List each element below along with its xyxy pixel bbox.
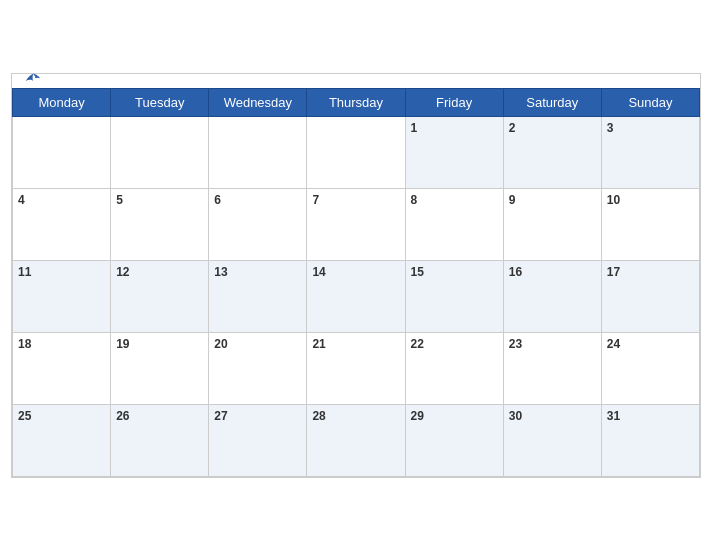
calendar-day-cell (13, 116, 111, 188)
calendar-day-cell: 8 (405, 188, 503, 260)
calendar-week-row: 11121314151617 (13, 260, 700, 332)
day-number: 27 (214, 409, 227, 423)
weekday-header-sunday: Sunday (601, 88, 699, 116)
calendar-day-cell: 24 (601, 332, 699, 404)
calendar-day-cell: 18 (13, 332, 111, 404)
calendar: MondayTuesdayWednesdayThursdayFridaySatu… (11, 73, 701, 478)
calendar-day-cell (209, 116, 307, 188)
calendar-table: MondayTuesdayWednesdayThursdayFridaySatu… (12, 88, 700, 477)
day-number: 28 (312, 409, 325, 423)
day-number: 10 (607, 193, 620, 207)
day-number: 3 (607, 121, 614, 135)
day-number: 17 (607, 265, 620, 279)
calendar-day-cell: 17 (601, 260, 699, 332)
day-number: 2 (509, 121, 516, 135)
calendar-day-cell: 4 (13, 188, 111, 260)
day-number: 21 (312, 337, 325, 351)
calendar-day-cell: 1 (405, 116, 503, 188)
weekday-header-tuesday: Tuesday (111, 88, 209, 116)
calendar-week-row: 18192021222324 (13, 332, 700, 404)
calendar-day-cell: 6 (209, 188, 307, 260)
calendar-day-cell: 22 (405, 332, 503, 404)
calendar-day-cell: 20 (209, 332, 307, 404)
weekday-header-wednesday: Wednesday (209, 88, 307, 116)
calendar-day-cell: 14 (307, 260, 405, 332)
day-number: 18 (18, 337, 31, 351)
calendar-day-cell: 2 (503, 116, 601, 188)
calendar-day-cell: 9 (503, 188, 601, 260)
calendar-day-cell: 10 (601, 188, 699, 260)
day-number: 11 (18, 265, 31, 279)
weekday-header-friday: Friday (405, 88, 503, 116)
day-number: 7 (312, 193, 319, 207)
calendar-day-cell: 13 (209, 260, 307, 332)
calendar-day-cell: 25 (13, 404, 111, 476)
day-number: 14 (312, 265, 325, 279)
day-number: 30 (509, 409, 522, 423)
day-number: 12 (116, 265, 129, 279)
calendar-day-cell: 16 (503, 260, 601, 332)
day-number: 5 (116, 193, 123, 207)
calendar-day-cell: 23 (503, 332, 601, 404)
calendar-body: 1234567891011121314151617181920212223242… (13, 116, 700, 476)
calendar-day-cell: 21 (307, 332, 405, 404)
day-number: 4 (18, 193, 25, 207)
calendar-day-cell: 12 (111, 260, 209, 332)
weekday-header-monday: Monday (13, 88, 111, 116)
weekday-header-thursday: Thursday (307, 88, 405, 116)
weekday-header-row: MondayTuesdayWednesdayThursdayFridaySatu… (13, 88, 700, 116)
calendar-day-cell: 5 (111, 188, 209, 260)
day-number: 20 (214, 337, 227, 351)
calendar-header (12, 74, 700, 88)
calendar-day-cell: 30 (503, 404, 601, 476)
day-number: 15 (411, 265, 424, 279)
day-number: 31 (607, 409, 620, 423)
logo-icon (24, 72, 42, 90)
calendar-day-cell: 26 (111, 404, 209, 476)
calendar-day-cell (111, 116, 209, 188)
calendar-day-cell: 7 (307, 188, 405, 260)
calendar-day-cell: 27 (209, 404, 307, 476)
calendar-week-row: 25262728293031 (13, 404, 700, 476)
calendar-day-cell: 29 (405, 404, 503, 476)
calendar-day-cell: 11 (13, 260, 111, 332)
day-number: 8 (411, 193, 418, 207)
calendar-week-row: 45678910 (13, 188, 700, 260)
day-number: 23 (509, 337, 522, 351)
weekday-header-saturday: Saturday (503, 88, 601, 116)
day-number: 26 (116, 409, 129, 423)
calendar-day-cell: 28 (307, 404, 405, 476)
calendar-day-cell: 19 (111, 332, 209, 404)
day-number: 1 (411, 121, 418, 135)
day-number: 13 (214, 265, 227, 279)
day-number: 16 (509, 265, 522, 279)
calendar-thead: MondayTuesdayWednesdayThursdayFridaySatu… (13, 88, 700, 116)
day-number: 25 (18, 409, 31, 423)
calendar-day-cell: 3 (601, 116, 699, 188)
day-number: 29 (411, 409, 424, 423)
logo (22, 72, 42, 90)
day-number: 9 (509, 193, 516, 207)
calendar-week-row: 123 (13, 116, 700, 188)
day-number: 24 (607, 337, 620, 351)
calendar-day-cell (307, 116, 405, 188)
calendar-day-cell: 15 (405, 260, 503, 332)
day-number: 22 (411, 337, 424, 351)
day-number: 6 (214, 193, 221, 207)
calendar-day-cell: 31 (601, 404, 699, 476)
day-number: 19 (116, 337, 129, 351)
